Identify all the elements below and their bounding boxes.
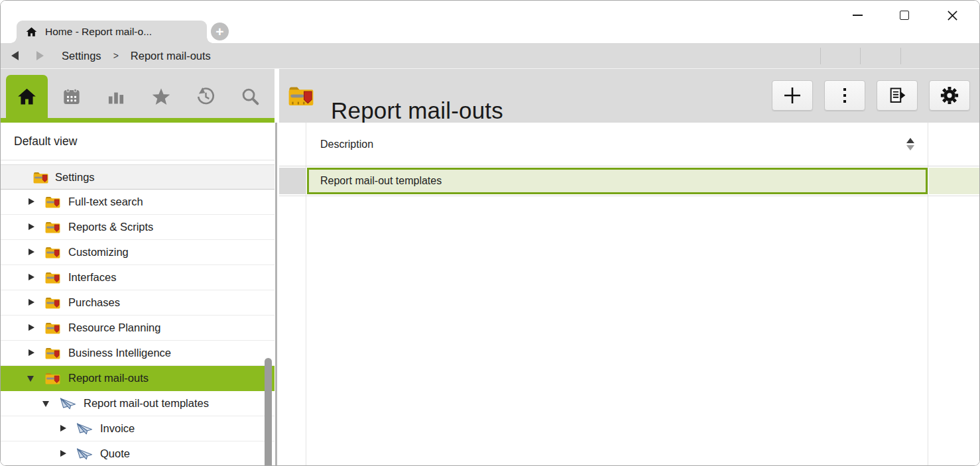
add-button[interactable] — [772, 80, 813, 111]
breadcrumb-separator: > — [113, 50, 119, 61]
main-panel: Report mail-outs — [279, 69, 980, 466]
tab-home[interactable]: Home - Report mail-o... — [17, 21, 207, 43]
report-view-button[interactable] — [877, 80, 918, 111]
tree-item[interactable]: Purchases — [1, 290, 275, 316]
tree-item[interactable]: Resource Planning — [1, 316, 275, 341]
expand-arrow-icon[interactable] — [27, 323, 35, 332]
minimize-icon — [853, 15, 863, 16]
column-header-description[interactable]: Description — [279, 123, 980, 166]
tree-item-label: Report mail-out templates — [84, 397, 209, 410]
sidebar-tab-reports[interactable] — [95, 75, 137, 118]
maximize-button[interactable] — [893, 5, 916, 26]
tree-item-label: Reports & Scripts — [68, 221, 153, 233]
tree-item-label: Report mail-outs — [68, 372, 149, 384]
tree-item-label: Purchases — [68, 296, 120, 309]
folder-shield-icon — [44, 321, 61, 335]
paper-plane-icon — [76, 447, 93, 461]
folder-shield-icon — [287, 84, 315, 110]
breadcrumb-bar: Settings > Report mail-outs 100% — [1, 43, 979, 69]
plus-icon: + — [215, 25, 223, 38]
sidebar: Default view Settings — [1, 69, 275, 466]
tree-item[interactable]: Report mail-outs — [1, 366, 275, 391]
bar-chart-icon — [107, 87, 125, 106]
tree-item-label: Quote — [100, 447, 130, 460]
titlebar: Home - Report mail-o... + — [1, 1, 979, 43]
folder-shield-icon — [44, 245, 61, 259]
tree-item-label: Business Intelligence — [68, 347, 171, 359]
expand-arrow-icon[interactable] — [42, 399, 50, 408]
tab-title: Home - Report mail-o... — [45, 26, 152, 38]
paper-plane-icon — [60, 396, 76, 410]
sidebar-tab-search[interactable] — [230, 75, 272, 118]
tree-item-label: Resource Planning — [68, 321, 160, 334]
sidebar-tab-favorites[interactable] — [141, 75, 182, 118]
folder-shield-icon — [44, 296, 61, 310]
tree-item[interactable]: Reports & Scripts — [1, 215, 275, 240]
folder-shield-icon — [44, 220, 61, 234]
home-icon — [17, 87, 36, 105]
tree-item[interactable]: Report mail-out templates — [1, 391, 275, 416]
sidebar-tab-strip — [1, 69, 275, 118]
paper-plane-icon — [76, 422, 93, 436]
tree-scrollbar-thumb[interactable] — [265, 358, 272, 466]
plus-icon — [782, 86, 802, 105]
history-icon — [196, 87, 215, 106]
star-icon — [151, 87, 171, 107]
sort-icon — [906, 138, 914, 150]
kebab-icon — [843, 88, 847, 103]
back-button[interactable] — [11, 51, 19, 60]
column-header-label: Description — [320, 139, 373, 150]
app-window: Home - Report mail-o... + Settings > Rep… — [0, 0, 980, 466]
breadcrumb-item-settings[interactable]: Settings — [62, 50, 101, 62]
search-icon — [241, 87, 260, 106]
panel-divider — [275, 123, 277, 466]
tree-item[interactable]: Full-text search — [1, 190, 275, 215]
folder-shield-icon — [44, 346, 61, 360]
expand-arrow-icon[interactable] — [27, 298, 35, 307]
description-cell: Report mail-out templates — [307, 168, 928, 194]
expand-arrow-icon[interactable] — [27, 349, 35, 357]
breadcrumb: Settings > Report mail-outs — [62, 43, 211, 68]
close-button[interactable] — [941, 5, 963, 26]
active-tab-underline — [1, 118, 275, 123]
expand-arrow-icon[interactable] — [59, 424, 67, 433]
row-divider — [279, 196, 980, 196]
more-actions-button[interactable] — [824, 80, 865, 111]
description-text: Report mail-out templates — [320, 175, 442, 187]
folder-shield-icon — [32, 170, 49, 184]
tree-item-label: Settings — [55, 171, 95, 184]
folder-shield-icon — [44, 195, 61, 209]
separator — [820, 48, 821, 64]
maximize-icon — [900, 11, 909, 20]
folder-shield-icon — [44, 371, 61, 385]
tree-item[interactable]: Settings — [1, 164, 275, 190]
breadcrumb-item-report-mail-outs[interactable]: Report mail-outs — [131, 50, 211, 62]
tree-item-label: Interfaces — [68, 271, 116, 284]
settings-button[interactable] — [929, 80, 970, 111]
document-arrow-icon — [888, 86, 906, 105]
expand-arrow-icon[interactable] — [27, 374, 35, 382]
sidebar-tab-home[interactable] — [6, 75, 48, 118]
folder-shield-icon — [44, 270, 61, 284]
separator — [860, 48, 861, 64]
expand-arrow-icon[interactable] — [27, 248, 35, 257]
table-row[interactable]: Report mail-out templates — [279, 168, 980, 194]
new-tab-button[interactable]: + — [211, 23, 229, 40]
calendar-icon — [62, 87, 81, 106]
tree-item[interactable]: Interfaces — [1, 265, 275, 290]
sidebar-tab-calendar[interactable] — [51, 75, 93, 118]
expand-arrow-icon[interactable] — [59, 449, 67, 458]
tree-item-label: Invoice — [100, 422, 135, 435]
minimize-button[interactable] — [846, 5, 869, 26]
tree-item[interactable]: Quote — [1, 441, 275, 466]
tree-item[interactable]: Business Intelligence — [1, 341, 275, 366]
tree-item[interactable]: Customizing — [1, 240, 275, 265]
expand-arrow-icon[interactable] — [27, 198, 35, 206]
forward-button[interactable] — [36, 51, 44, 60]
toolbar — [772, 80, 970, 111]
expand-arrow-icon[interactable] — [27, 273, 35, 282]
expand-arrow-icon[interactable] — [27, 223, 35, 231]
tree-item[interactable]: Invoice — [1, 416, 275, 441]
nav-tree: Settings Full-text search — [1, 164, 275, 466]
sidebar-tab-history[interactable] — [185, 75, 227, 118]
